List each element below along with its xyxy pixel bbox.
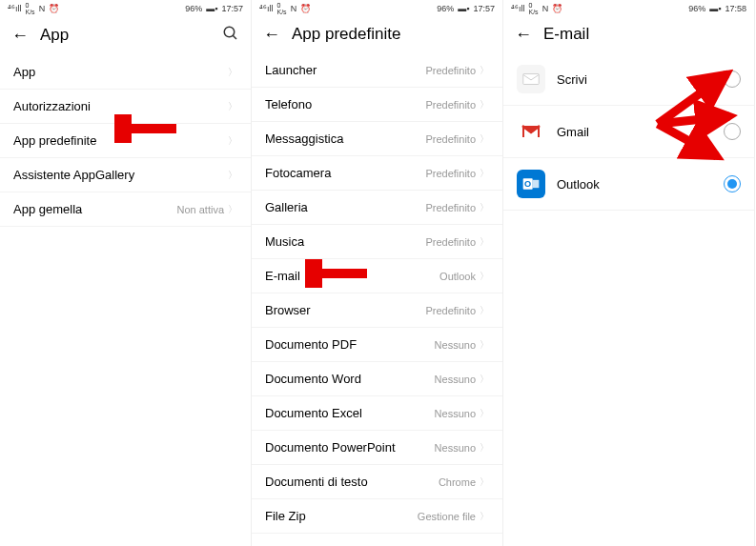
svg-rect-5: [533, 180, 540, 188]
svg-text:O: O: [524, 179, 531, 189]
svg-point-0: [224, 27, 235, 37]
chevron-right-icon: 〉: [228, 169, 237, 182]
annotation-arrow-multi: [639, 57, 744, 181]
list-item-telefono[interactable]: TelefonoPredefinito〉: [252, 88, 502, 122]
page-title: E-mail: [543, 25, 743, 44]
gmail-app-icon: [517, 117, 545, 146]
screen-app-settings: ⁴⁶ıll 0K/s N ⏰ 96% ▬▪ 17:57 ← App App〉 A…: [0, 0, 252, 546]
back-icon[interactable]: ←: [515, 26, 532, 43]
net-speed: 0: [26, 2, 35, 9]
chevron-right-icon: 〉: [480, 373, 489, 386]
battery-percent: 96%: [185, 4, 202, 13]
signal-icon: ⁴⁶ıll: [8, 4, 22, 13]
back-icon[interactable]: ←: [11, 27, 29, 44]
battery-percent: 96%: [688, 4, 705, 13]
list-item-excel[interactable]: Documento ExcelNessuno〉: [252, 396, 502, 431]
chevron-right-icon: 〉: [228, 203, 237, 216]
page-title: App: [40, 26, 211, 45]
nfc-icon: N: [291, 4, 297, 13]
battery-icon: ▬▪: [458, 4, 469, 13]
clock: 17:57: [473, 4, 495, 13]
chevron-right-icon: 〉: [228, 100, 237, 113]
battery-icon: ▬▪: [206, 4, 217, 13]
annotation-arrow: [114, 114, 181, 143]
list-item-messaggistica[interactable]: MessaggisticaPredefinito〉: [252, 122, 502, 156]
chevron-right-icon: 〉: [480, 407, 489, 420]
signal-icon: ⁴⁶ıll: [259, 4, 274, 13]
list-item-launcher[interactable]: LauncherPredefinito〉: [252, 53, 502, 88]
list-item-browser[interactable]: BrowserPredefinito〉: [252, 293, 502, 328]
chevron-right-icon: 〉: [480, 338, 489, 352]
chevron-right-icon: 〉: [228, 134, 237, 148]
list-item-testo[interactable]: Documenti di testoChrome〉: [252, 465, 502, 499]
chevron-right-icon: 〉: [480, 235, 489, 249]
list-item-galleria[interactable]: GalleriaPredefinito〉: [252, 191, 502, 225]
chevron-right-icon: 〉: [480, 475, 489, 489]
svg-line-1: [233, 35, 236, 39]
chevron-right-icon: 〉: [480, 441, 489, 455]
battery-icon: ▬▪: [709, 4, 721, 13]
chevron-right-icon: 〉: [480, 201, 489, 214]
clock: 17:57: [221, 4, 243, 13]
nfc-icon: N: [39, 4, 46, 13]
list-item-assistente-appgallery[interactable]: Assistente AppGallery〉: [0, 158, 251, 192]
scrivi-app-icon: [517, 65, 545, 93]
list-item-email[interactable]: E-mailOutlook〉: [252, 259, 502, 293]
outlook-app-icon: O: [517, 170, 545, 198]
status-bar: ⁴⁶ıll 0K/s N ⏰ 96% ▬▪ 17:57: [252, 0, 502, 17]
header: ← E-mail: [503, 17, 754, 53]
chevron-right-icon: 〉: [480, 132, 489, 146]
search-icon[interactable]: [222, 25, 239, 46]
battery-percent: 96%: [437, 4, 454, 13]
nfc-icon: N: [542, 4, 549, 13]
list-item-fotocamera[interactable]: FotocameraPredefinito〉: [252, 156, 502, 191]
clock: 17:58: [725, 4, 746, 13]
chevron-right-icon: 〉: [480, 167, 489, 180]
chevron-right-icon: 〉: [480, 510, 489, 523]
default-apps-list: LauncherPredefinito〉 TelefonoPredefinito…: [252, 53, 502, 546]
chevron-right-icon: 〉: [480, 98, 489, 111]
chevron-right-icon: 〉: [480, 270, 489, 283]
header: ← App predefinite: [252, 17, 502, 53]
signal-icon: ⁴⁶ıll: [511, 4, 525, 13]
status-bar: ⁴⁶ıll 0K/s N ⏰ 96% ▬▪ 17:57: [0, 0, 251, 17]
list-item-zip[interactable]: File ZipGestione file〉: [252, 499, 502, 534]
annotation-arrow: [305, 259, 372, 288]
chevron-right-icon: 〉: [480, 64, 489, 77]
alarm-icon: ⏰: [49, 4, 59, 13]
status-bar: ⁴⁶ıll 0K/s N ⏰ 96% ▬▪ 17:58: [503, 0, 754, 17]
list-item-musica[interactable]: MusicaPredefinito〉: [252, 225, 502, 259]
alarm-icon: ⏰: [300, 4, 311, 13]
list-item-word[interactable]: Documento WordNessuno〉: [252, 362, 502, 396]
list-item-app[interactable]: App〉: [0, 55, 251, 90]
chevron-right-icon: 〉: [480, 304, 489, 317]
chevron-right-icon: 〉: [228, 66, 237, 79]
header: ← App: [0, 17, 251, 55]
list-item-powerpoint[interactable]: Documento PowerPointNessuno〉: [252, 431, 502, 465]
page-title: App predefinite: [292, 25, 491, 44]
alarm-icon: ⏰: [552, 4, 562, 13]
svg-line-13: [658, 124, 717, 156]
screen-default-apps: ⁴⁶ıll 0K/s N ⏰ 96% ▬▪ 17:57 ← App predef…: [252, 0, 503, 546]
svg-rect-2: [523, 74, 540, 85]
list-item-assistenza[interactable]: Assistenza e comandi vocali: [252, 534, 502, 546]
list-item-pdf[interactable]: Documento PDFNessuno〉: [252, 328, 502, 362]
back-icon[interactable]: ←: [263, 26, 280, 43]
list-item-app-gemella[interactable]: App gemellaNon attiva〉: [0, 192, 251, 227]
